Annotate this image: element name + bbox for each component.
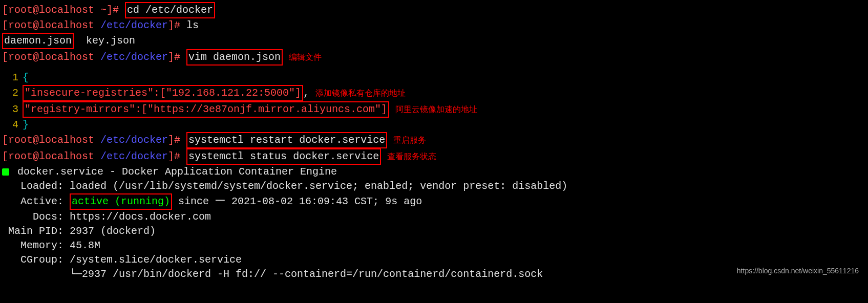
annotation-restart-service: 重启服务 — [393, 135, 426, 146]
path: /etc/docker — [100, 150, 168, 162]
blank-line — [2, 66, 866, 71]
file-key-json: key.json — [86, 35, 135, 47]
status-dot-icon — [2, 168, 9, 176]
file-daemon-json: daemon.json — [2, 33, 74, 49]
status-line-cgroup: CGroup: /system.slice/docker.service — [2, 253, 866, 267]
user-host: root@localhost — [8, 134, 100, 146]
prompt-line-2: [root@localhost /etc/docker]# ls — [2, 18, 866, 33]
status-line-loaded: Loaded: loaded (/usr/lib/systemd/system/… — [2, 179, 866, 193]
comma: , — [303, 87, 309, 99]
path: /etc/docker — [100, 19, 168, 31]
prompt-line-1: [root@localhost ~]# cd /etc/docker — [2, 2, 866, 18]
cmd-systemctl-restart: systemctl restart docker.service — [186, 132, 387, 148]
annotation-private-registry: 添加镜像私有仓库的地址 — [315, 88, 406, 99]
prompt-line-3: [root@localhost /etc/docker]# vim daemon… — [2, 49, 866, 66]
ls-output-line: daemon.json key.json — [2, 33, 866, 49]
bracket-close: ]# — [168, 51, 186, 63]
spacer — [74, 35, 86, 47]
line-number: 1 — [2, 71, 18, 85]
path: /etc/docker — [100, 134, 168, 146]
json-line-1: 1{ — [2, 71, 866, 85]
json-close-brace: } — [23, 119, 29, 131]
user-host: root@localhost — [8, 150, 100, 162]
annotation-check-status: 查看服务状态 — [387, 152, 436, 163]
path: ~ — [100, 4, 107, 16]
bracket-open: [ — [2, 4, 8, 16]
cmd-ls: ls — [186, 19, 199, 31]
status-line-memory: Memory: 45.8M — [2, 239, 866, 253]
bracket-open: [ — [2, 19, 8, 31]
json-line-3: 3"registry-mirrors":["https://3e87onjf.m… — [2, 101, 866, 118]
json-line-2: 2"insecure-registries":["192.168.121.22:… — [2, 85, 866, 101]
bracket-close: ]# — [168, 19, 186, 31]
status-line-mainpid: Main PID: 2937 (dockerd) — [2, 224, 866, 239]
watermark: https://blog.csdn.net/weixin_55611216 — [737, 266, 859, 276]
active-suffix: since 一 2021-08-02 16:09:43 CST; 9s ago — [172, 196, 422, 207]
json-registry-mirrors: "registry-mirrors":["https://3e87onjf.mi… — [23, 101, 389, 118]
json-line-4: 4} — [2, 118, 866, 132]
json-insecure-registries: "insecure-registries":["192.168.121.22:5… — [23, 85, 303, 101]
bracket-open: [ — [2, 134, 8, 146]
active-running: active (running) — [70, 193, 172, 210]
json-open-brace: { — [23, 72, 29, 83]
prompt-line-5: [root@localhost /etc/docker]# systemctl … — [2, 148, 866, 165]
annotation-edit-file: 编辑文件 — [289, 52, 322, 63]
cmd-cd: cd /etc/docker — [125, 2, 215, 18]
user-host: root@localhost — [8, 19, 100, 31]
user-host: root@localhost — [8, 51, 100, 63]
status-service-name: docker.service - Docker Application Cont… — [11, 166, 337, 178]
user-host: root@localhost — [8, 4, 100, 16]
status-line-active: Active: active (running) since 一 2021-08… — [2, 193, 866, 210]
bracket-close: ]# — [168, 150, 186, 162]
path: /etc/docker — [100, 51, 168, 63]
line-number: 2 — [2, 86, 18, 100]
line-number: 3 — [2, 102, 18, 117]
line-number: 4 — [2, 118, 18, 132]
cmd-systemctl-status: systemctl status docker.service — [186, 148, 381, 165]
bracket-close: ]# — [107, 4, 125, 16]
status-line-docs: Docs: https://docs.docker.com — [2, 210, 866, 224]
active-prefix: Active: — [2, 196, 70, 207]
cmd-vim: vim daemon.json — [186, 49, 283, 66]
annotation-aliyun-mirror: 阿里云镜像加速的地址 — [395, 104, 477, 116]
prompt-line-4: [root@localhost /etc/docker]# systemctl … — [2, 132, 866, 148]
bracket-open: [ — [2, 150, 8, 162]
bracket-open: [ — [2, 51, 8, 63]
bracket-close: ]# — [168, 134, 186, 146]
status-line-1: docker.service - Docker Application Cont… — [2, 165, 866, 179]
